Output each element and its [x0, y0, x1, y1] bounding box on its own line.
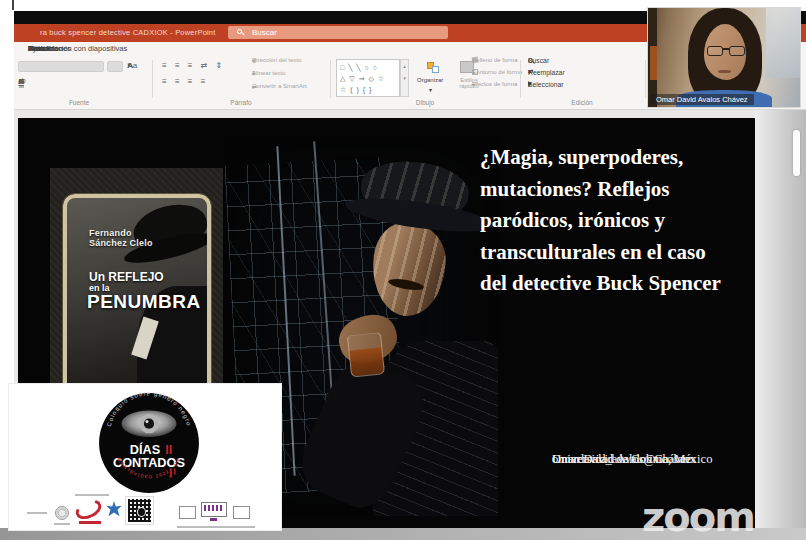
speaker-mouth-shape	[718, 70, 731, 73]
author-email: omardavid_avalos@ucol.mx	[552, 448, 696, 471]
logo-caption-line	[75, 494, 109, 496]
title-line: ¿Magia, superpoderes,	[480, 142, 755, 174]
editor-right-gutter	[755, 110, 806, 528]
monitor-pixels	[204, 505, 223, 511]
background-window-light	[766, 8, 800, 78]
blue-star-logo	[106, 501, 122, 517]
monitor-icon	[201, 502, 227, 517]
document-title: ra buck spencer detective CADXIOK - Powe…	[40, 28, 216, 37]
participant-name-label: Omar David Avalos Chávez	[650, 94, 754, 105]
book-title-line-1: Un REFLEJO	[89, 270, 164, 284]
webcam-video-tile[interactable]: Omar David Avalos Chávez	[648, 8, 800, 107]
conference-overlay-panel: Coloquio sobre género negro DÍAS II CONT…	[8, 383, 282, 531]
computers-caption-line	[177, 526, 255, 528]
qr-code	[126, 497, 153, 524]
shapes-gallery[interactable]: □ ╲ ╲ ○ ○ △ ▽ ⇒ ◇ ☆ ☆ ( ) { }	[336, 59, 400, 97]
computers-logo	[179, 502, 255, 524]
title-line: mutaciones? Reflejos	[480, 174, 755, 206]
background-lamp-glow	[650, 46, 657, 80]
red-swirl-logo	[73, 496, 105, 523]
shapes-row-2: △ ▽ ⇒ ◇ ☆	[340, 73, 396, 84]
shapes-row-1: □ ╲ ╲ ○ ○	[340, 62, 396, 73]
blood-drip-shape	[174, 468, 175, 474]
qr-center-dot	[137, 507, 146, 517]
shapes-row-3: ☆ ( ) { }	[340, 84, 396, 95]
laptop-icon	[233, 506, 250, 519]
university-seal-logo	[55, 506, 69, 520]
group-label-edicion: Edición	[537, 99, 627, 106]
search-placeholder: Buscar	[252, 28, 277, 37]
font-size-combobox[interactable]	[107, 61, 123, 72]
title-line: transculturales en el caso	[480, 237, 755, 269]
slide-title: ¿Magia, superpoderes, mutaciones? Reflej…	[480, 142, 755, 300]
paragraph-list-buttons[interactable]: ≡ ≡ ≡ ⇄ ⇕	[162, 61, 225, 70]
dias-contados-badge: Coloquio sobre género negro DÍAS II CONT…	[97, 390, 201, 496]
group-divider	[645, 60, 646, 98]
arrange-icon-back	[432, 66, 439, 73]
seal-caption-line	[54, 523, 70, 525]
speaker-glasses	[706, 46, 746, 57]
zoom-meeting-window: ra buck spencer detective CADXIOK - Powe…	[0, 0, 806, 540]
zoom-watermark: zoom	[642, 494, 754, 540]
vertical-scrollbar-thumb[interactable]	[793, 130, 800, 176]
top-tick-mark	[12, 0, 14, 10]
shapes-gallery-scrollbar[interactable]: ▴ ▾	[400, 59, 409, 97]
paragraph-align-buttons[interactable]: ≡ ≡ ≡ ≡	[162, 77, 208, 86]
title-line: del detective Buck Spencer	[480, 268, 755, 300]
search-icon	[237, 29, 242, 34]
group-label-dibujo: Dibujo	[380, 99, 470, 106]
quick-styles-button[interactable]: Estilos rápidos	[454, 60, 484, 98]
change-case-icon[interactable]: Aa	[128, 61, 138, 70]
book-author-name: Fernando Sánchez Clelo	[89, 228, 153, 248]
arrange-button[interactable]: Organizar ▾	[416, 60, 450, 98]
group-divider	[520, 60, 521, 98]
book-cover-frame: Fernando Sánchez Clelo Un REFLEJO en la …	[63, 194, 211, 403]
font-name-combobox[interactable]	[18, 61, 104, 72]
title-line: paródicos, irónicos y	[480, 205, 755, 237]
tab-nitro-pro[interactable]: Nitro Pro	[28, 44, 58, 53]
group-label-fuente: Fuente	[34, 99, 124, 106]
group-divider	[152, 60, 153, 98]
group-label-parrafo: Párrafo	[196, 99, 286, 106]
red-logo-wordmark	[79, 521, 101, 524]
book-cover: Fernando Sánchez Clelo Un REFLEJO en la …	[50, 168, 228, 403]
highlight-color-icon[interactable]: A	[19, 77, 24, 88]
whiskey-glass-shape	[347, 332, 385, 377]
scroll-down-icon[interactable]: ▾	[401, 72, 408, 84]
sponsor-caption-line	[27, 512, 47, 514]
book-title-line-3: PENUMBRA	[87, 291, 201, 313]
ribbon-search-box[interactable]: Buscar	[228, 26, 448, 39]
group-divider	[330, 60, 331, 98]
scroll-up-icon[interactable]: ▴	[401, 60, 408, 72]
laptop-icon	[179, 506, 196, 519]
monitor-stand	[210, 518, 217, 521]
